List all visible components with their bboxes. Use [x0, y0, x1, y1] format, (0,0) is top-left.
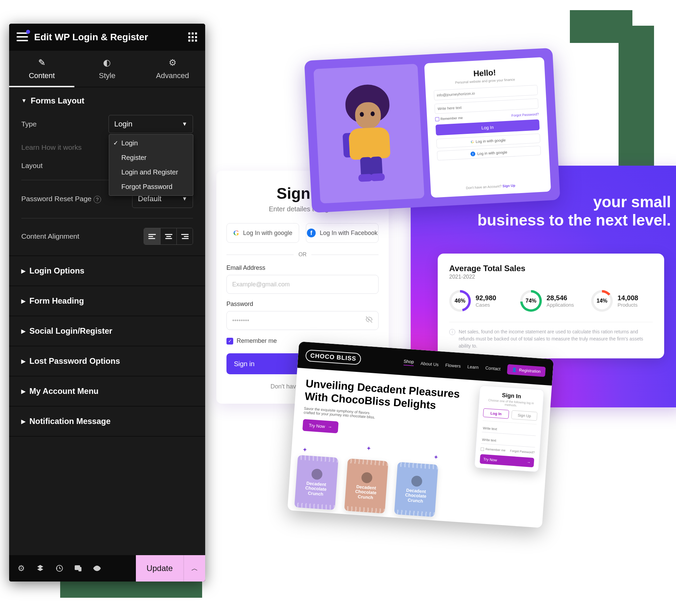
panel-title: Edit WP Login & Register — [34, 32, 182, 43]
section-social-login[interactable]: ▶Social Login/Register — [9, 316, 205, 346]
google-icon: G — [233, 229, 239, 237]
align-right-button[interactable] — [176, 228, 193, 244]
cs-tab-signup[interactable]: Sign Up — [511, 410, 538, 421]
dropdown-item-login-register[interactable]: Login and Register — [109, 165, 193, 180]
user-icon: 👤 — [512, 367, 517, 372]
login-facebook-button[interactable]: fLog In with Facebook — [306, 223, 379, 243]
hello-forgot-link[interactable]: Forgot Password? — [511, 112, 539, 117]
nav-flowers[interactable]: Flowers — [445, 362, 461, 369]
product-packet: Decadent Chocolate Crunch — [394, 462, 438, 517]
label-reset-page: Password Reset Page? — [21, 195, 132, 203]
help-icon[interactable]: ? — [94, 196, 101, 203]
caret-right-icon: ▶ — [21, 298, 25, 304]
tab-advanced[interactable]: ⚙Advanced — [140, 51, 205, 87]
product-packet: Decadent Chocolate Crunch — [294, 455, 339, 510]
cs-password-input[interactable] — [481, 435, 535, 447]
hello-signup-link[interactable]: Sign Up — [502, 184, 515, 188]
responsive-icon[interactable] — [70, 560, 86, 576]
cs-try-button[interactable]: Try Now→ — [480, 454, 534, 467]
caret-right-icon: ▶ — [21, 268, 25, 274]
stats-title: Average Total Sales — [449, 264, 653, 273]
label-alignment: Content Alignment — [21, 232, 144, 240]
menu-icon[interactable] — [17, 32, 28, 42]
stats-range: 2021-2022 — [449, 274, 653, 280]
section-header[interactable]: ▼Forms Layout — [21, 96, 193, 105]
section-form-heading[interactable]: ▶Form Heading — [9, 286, 205, 316]
stats-footnote: i Net sales, found on the income stateme… — [449, 322, 653, 350]
contrast-icon: ◐ — [103, 57, 111, 68]
caret-right-icon: ▶ — [21, 388, 25, 395]
panel-header: Edit WP Login & Register — [9, 24, 205, 51]
cs-email-input[interactable] — [482, 424, 536, 436]
choco-logo: CHOCO BLISS — [305, 349, 361, 365]
caret-right-icon: ▶ — [21, 358, 25, 364]
nav-shop[interactable]: Shop — [403, 359, 414, 366]
pencil-icon: ✎ — [38, 57, 46, 68]
divider-or: OR — [226, 252, 379, 258]
sparkle-icon: ✦ — [366, 445, 371, 452]
choco-signin-popup: Sign In Choose one of the following log … — [474, 385, 544, 472]
stat-item: 14% 14,008Products — [591, 290, 653, 312]
settings-icon[interactable]: ⚙ — [13, 560, 29, 576]
update-more-button[interactable]: ︿ — [184, 555, 205, 582]
product-packet: Decadent Chocolate Crunch — [344, 458, 388, 514]
email-input[interactable] — [226, 275, 379, 294]
caret-right-icon: ▶ — [21, 418, 25, 425]
caret-down-icon: ▼ — [21, 98, 27, 104]
password-input[interactable] — [226, 311, 379, 330]
ring-chart: 46% — [449, 290, 471, 312]
section-login-options[interactable]: ▶Login Options — [9, 256, 205, 286]
widgets-grid-icon[interactable] — [188, 32, 198, 42]
ring-chart: 14% — [591, 290, 613, 312]
hello-remember[interactable]: Remember me — [435, 116, 463, 122]
registration-button[interactable]: 👤Registration — [507, 364, 546, 377]
chevron-down-icon: ▼ — [182, 121, 187, 127]
sparkle-icon: ✦ — [433, 453, 438, 461]
hello-card: Hello! Personal website and grow your fi… — [304, 48, 560, 213]
sparkle-icon: ✦ — [302, 446, 308, 454]
alignment-group — [144, 228, 193, 245]
email-label: Email Address — [226, 264, 379, 271]
eye-off-icon[interactable] — [365, 315, 373, 326]
choco-products: Decadent Chocolate Crunch Decadent Choco… — [294, 455, 438, 517]
hello-form: Hello! Personal website and grow your fi… — [424, 57, 551, 198]
login-google-button[interactable]: GLog In with google — [226, 223, 299, 243]
hello-password-input[interactable] — [434, 98, 539, 114]
type-select[interactable]: Login▼ Login Register Login and Register… — [108, 115, 193, 133]
label-type: Type — [21, 120, 108, 128]
nav-about[interactable]: About Us — [420, 361, 439, 367]
chevron-up-icon: ︿ — [191, 564, 198, 573]
facebook-icon: f — [307, 229, 316, 237]
nav-contact[interactable]: Contact — [485, 365, 501, 371]
section-account-menu[interactable]: ▶My Account Menu — [9, 376, 205, 406]
cs-remember[interactable]: Remember me — [481, 447, 506, 452]
tab-content[interactable]: ✎Content — [9, 51, 74, 87]
ring-chart: 74% — [520, 290, 542, 312]
hello-footer: Don't have an Account? Sign Up — [439, 182, 543, 191]
hello-facebook-button[interactable]: fLog in with google — [437, 146, 541, 161]
preview-icon[interactable] — [89, 560, 105, 576]
hello-login-button[interactable]: Log In — [435, 119, 540, 136]
cs-forgot-link[interactable]: Forgot Password? — [510, 449, 535, 454]
panel-footer: ⚙ Update ︿ — [9, 555, 205, 582]
choco-nav: Shop About Us Flowers Learn Contact 👤Reg… — [403, 357, 546, 377]
section-lost-password[interactable]: ▶Lost Password Options — [9, 346, 205, 376]
dropdown-item-register[interactable]: Register — [109, 150, 193, 165]
cs-tab-login[interactable]: Log In — [483, 408, 509, 419]
choco-try-button[interactable]: Try Now→ — [303, 419, 339, 433]
navigator-icon[interactable] — [32, 560, 48, 576]
dropdown-item-login[interactable]: Login — [109, 136, 193, 150]
nav-learn[interactable]: Learn — [467, 364, 479, 370]
dropdown-item-forgot[interactable]: Forgot Password — [109, 180, 193, 194]
arrow-icon: → — [527, 460, 531, 465]
section-notification[interactable]: ▶Notification Message — [9, 406, 205, 436]
align-center-button[interactable] — [160, 228, 176, 244]
update-button[interactable]: Update — [136, 555, 184, 582]
align-left-button[interactable] — [144, 228, 160, 244]
password-label: Password — [226, 301, 379, 308]
stat-item: 74% 28,546Applications — [520, 290, 582, 312]
history-icon[interactable] — [51, 560, 67, 576]
tab-style[interactable]: ◐Style — [74, 51, 140, 87]
hello-email-input[interactable] — [434, 85, 538, 100]
stat-item: 46% 92,980Cases — [449, 290, 511, 312]
